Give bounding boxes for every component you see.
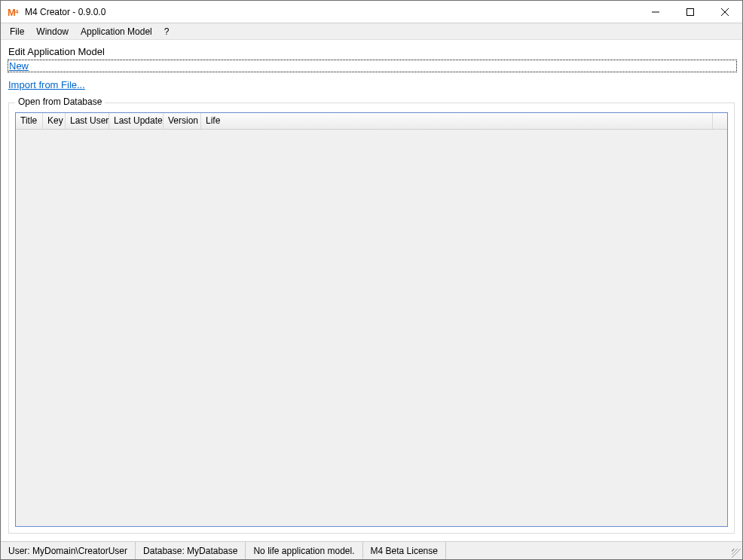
page-heading: Edit Application Model	[8, 46, 736, 57]
import-from-file-link[interactable]: Import from File...	[8, 79, 736, 90]
window-title: M4 Creator - 0.9.0.0	[25, 7, 638, 17]
col-last-update[interactable]: Last Update	[109, 113, 164, 129]
maximize-button[interactable]	[673, 1, 708, 23]
col-last-user[interactable]: Last User	[66, 113, 109, 129]
col-scroll-stub	[712, 113, 727, 129]
svg-line-5	[721, 8, 729, 16]
status-license: M4 Beta License	[363, 542, 446, 559]
groupbox-label: Open from Database	[15, 96, 105, 107]
new-link[interactable]: New	[8, 60, 736, 72]
status-user: User: MyDomain\CreatorUser	[1, 542, 136, 559]
app-window: M 4 M4 Creator - 0.9.0.0 File Window App…	[0, 0, 743, 560]
menu-application-model[interactable]: Application Model	[75, 25, 158, 38]
menubar: File Window Application Model ?	[1, 23, 742, 40]
titlebar: M 4 M4 Creator - 0.9.0.0	[1, 1, 742, 23]
svg-rect-3	[687, 9, 694, 16]
grid-header: Title Key Last User Last Update Version …	[16, 113, 727, 130]
svg-text:4: 4	[15, 8, 19, 15]
col-version[interactable]: Version	[164, 113, 201, 129]
open-from-database-group: Open from Database Title Key Last User L…	[8, 103, 735, 534]
svg-line-4	[721, 8, 729, 16]
menu-file[interactable]: File	[4, 25, 30, 38]
client-area: Edit Application Model New Import from F…	[1, 40, 742, 541]
app-icon: M 4	[7, 5, 20, 19]
menu-help[interactable]: ?	[158, 25, 176, 38]
col-title[interactable]: Title	[16, 113, 43, 129]
grid-body[interactable]	[16, 130, 727, 526]
status-database: Database: MyDatabase	[136, 542, 246, 559]
window-controls	[638, 1, 742, 23]
database-grid[interactable]: Title Key Last User Last Update Version …	[15, 112, 728, 527]
menu-window[interactable]: Window	[30, 25, 75, 38]
col-life[interactable]: Life	[201, 113, 712, 129]
close-button[interactable]	[708, 1, 742, 23]
status-model: No life application model.	[246, 542, 362, 559]
statusbar: User: MyDomain\CreatorUser Database: MyD…	[1, 541, 742, 559]
col-key[interactable]: Key	[43, 113, 66, 129]
minimize-button[interactable]	[638, 1, 673, 23]
resize-grip-icon[interactable]	[729, 542, 742, 559]
